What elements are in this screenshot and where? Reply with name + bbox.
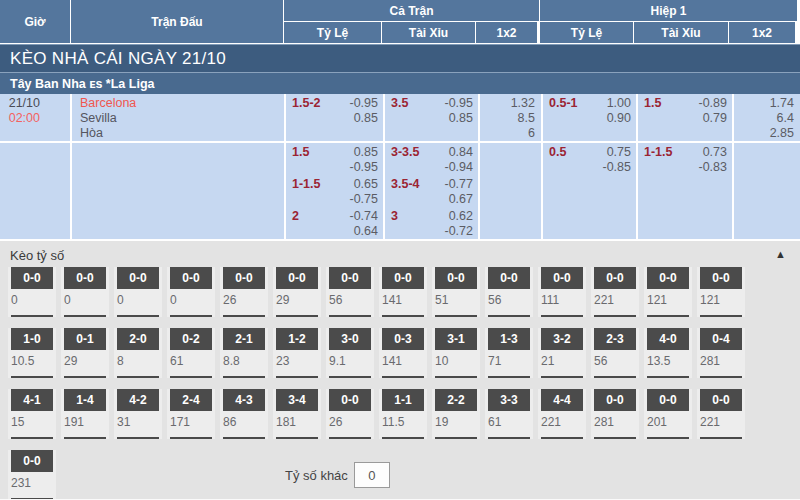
subheader-handicap: Tỷ Lệ xyxy=(284,22,381,43)
match-time-cell: 21/10 02:00 xyxy=(0,94,70,141)
h1-handicap-cell[interactable] xyxy=(543,207,636,239)
score-odds: 221 xyxy=(697,411,745,437)
score-tile[interactable]: 1-371 xyxy=(485,328,533,378)
ft-overunder-cell[interactable]: 3.5 -0.95 0.85 xyxy=(385,94,478,141)
tile-underline xyxy=(435,437,477,439)
h1-handicap-cell[interactable] xyxy=(543,175,636,207)
score-label: 0-0 xyxy=(223,267,265,289)
league-bar[interactable]: Tây Ban Nha ᴇs *La Liga xyxy=(0,72,800,94)
ft-1x2-cell[interactable]: 1.32 8.5 6 xyxy=(480,94,541,141)
league-label: Tây Ban Nha ᴇs *La Liga xyxy=(10,77,155,91)
h1-overunder-cell[interactable] xyxy=(638,207,732,239)
score-tile[interactable]: 2-4171 xyxy=(167,389,215,439)
ft-1x2-cell[interactable] xyxy=(480,207,541,239)
score-tile[interactable]: 0-0221 xyxy=(697,389,745,439)
score-tile[interactable]: 0-0221 xyxy=(591,267,639,317)
score-odds: 11.5 xyxy=(379,411,427,437)
ft-overunder-cell[interactable]: 3-3.5 0.84 -0.94 xyxy=(385,143,478,175)
score-tile[interactable]: 0-0 231 xyxy=(8,450,56,500)
score-odds: 181 xyxy=(273,411,321,437)
score-label: 0-3 xyxy=(382,328,424,350)
score-tile[interactable]: 0-00 xyxy=(61,267,109,317)
score-tile[interactable]: 4-115 xyxy=(8,389,56,439)
overunder-line: 1-1.5 xyxy=(644,145,673,175)
score-tile[interactable]: 0-026 xyxy=(326,389,374,439)
ft-overunder-cell[interactable]: 3 0.62 -0.72 xyxy=(385,207,478,239)
ft-handicap-cell[interactable]: 2 -0.74 0.64 xyxy=(286,207,383,239)
score-tile[interactable]: 0-0281 xyxy=(591,389,639,439)
score-tile[interactable]: 4-4221 xyxy=(538,389,586,439)
ft-handicap-cell[interactable]: 1.5 0.85 -0.95 xyxy=(286,143,383,175)
tile-underline xyxy=(64,315,106,317)
subheader-overunder: Tài Xỉu xyxy=(382,22,475,43)
score-label: 1-4 xyxy=(64,389,106,411)
other-score-input[interactable]: 0 xyxy=(354,462,390,488)
tile-underline xyxy=(276,437,318,439)
overunder-odds: -0.89 0.79 xyxy=(699,96,728,141)
tile-underline xyxy=(64,437,106,439)
h1-overunder-cell[interactable] xyxy=(638,175,732,207)
score-tile[interactable]: 3-221 xyxy=(538,328,586,378)
h1-1x2-cell[interactable] xyxy=(734,143,800,175)
score-row: 1-010.50-1292-080-2612-18.81-2233-09.10-… xyxy=(8,328,800,378)
score-tile[interactable]: 1-223 xyxy=(273,328,321,378)
score-tile[interactable]: 4-013.5 xyxy=(644,328,692,378)
score-tile[interactable]: 0-029 xyxy=(273,267,321,317)
score-tile[interactable]: 0-0121 xyxy=(644,267,692,317)
score-odds: 141 xyxy=(379,350,427,376)
score-label: 0-0 xyxy=(435,267,477,289)
score-odds: 23 xyxy=(273,350,321,376)
score-tile[interactable]: 4-231 xyxy=(114,389,162,439)
score-tile[interactable]: 2-18.8 xyxy=(220,328,268,378)
collapse-arrow-icon[interactable]: ▲ xyxy=(775,248,786,260)
ft-handicap-cell[interactable]: 1-1.5 0.65 -0.75 xyxy=(286,175,383,207)
h1-overunder-cell[interactable]: 1-1.5 0.73 -0.83 xyxy=(638,143,732,175)
ft-1x2-cell[interactable] xyxy=(480,143,541,175)
score-tile[interactable]: 2-219 xyxy=(432,389,480,439)
h1-1x2-cell[interactable] xyxy=(734,207,800,239)
ft-overunder-cell[interactable]: 3.5-4 -0.77 0.67 xyxy=(385,175,478,207)
score-tile[interactable]: 0-00 xyxy=(114,267,162,317)
subheader-1x2-h1: 1x2 xyxy=(729,22,795,43)
score-tile[interactable]: 0-129 xyxy=(61,328,109,378)
score-tile[interactable]: 0-0111 xyxy=(538,267,586,317)
score-tile[interactable]: 2-08 xyxy=(114,328,162,378)
ft-1x2-cell[interactable] xyxy=(480,175,541,207)
score-tile[interactable]: 1-4191 xyxy=(61,389,109,439)
score-odds: 21 xyxy=(538,350,586,376)
column-header-time: Giờ xyxy=(0,0,70,43)
score-tile[interactable]: 0-00 xyxy=(167,267,215,317)
score-tile[interactable]: 2-356 xyxy=(591,328,639,378)
score-tile[interactable]: 0-4281 xyxy=(697,328,745,378)
score-tile[interactable]: 1-111.5 xyxy=(379,389,427,439)
score-tile[interactable]: 0-0201 xyxy=(644,389,692,439)
overunder-odds: 0.84 -0.94 xyxy=(445,145,474,175)
score-label: 2-1 xyxy=(223,328,265,350)
score-tile[interactable]: 0-00 xyxy=(8,267,56,317)
score-odds: 121 xyxy=(644,289,692,315)
score-tile[interactable]: 0-0141 xyxy=(379,267,427,317)
tile-underline xyxy=(223,315,265,317)
score-tile[interactable]: 0-261 xyxy=(167,328,215,378)
h1-overunder-cell[interactable]: 1.5 -0.89 0.79 xyxy=(638,94,732,141)
h1-handicap-cell[interactable]: 0.5-1 1.00 0.90 xyxy=(543,94,636,141)
score-odds: 111 xyxy=(538,289,586,315)
score-tile[interactable]: 3-09.1 xyxy=(326,328,374,378)
score-tile[interactable]: 3-4181 xyxy=(273,389,321,439)
score-tile[interactable]: 0-051 xyxy=(432,267,480,317)
empty-match-cell xyxy=(72,143,284,175)
ft-handicap-cell[interactable]: 1.5-2 -0.95 0.85 xyxy=(286,94,383,141)
h1-1x2-cell[interactable]: 1.74 6.4 2.85 xyxy=(734,94,800,141)
h1-handicap-cell[interactable]: 0.5 0.75 -0.85 xyxy=(543,143,636,175)
score-tile[interactable]: 4-386 xyxy=(220,389,268,439)
score-tile[interactable]: 0-056 xyxy=(485,267,533,317)
overunder-odds: 0.73 -0.83 xyxy=(699,145,728,175)
score-tile[interactable]: 0-3141 xyxy=(379,328,427,378)
score-tile[interactable]: 1-010.5 xyxy=(8,328,56,378)
score-tile[interactable]: 0-026 xyxy=(220,267,268,317)
score-tile[interactable]: 0-0121 xyxy=(697,267,745,317)
h1-1x2-cell[interactable] xyxy=(734,175,800,207)
score-tile[interactable]: 3-110 xyxy=(432,328,480,378)
score-tile[interactable]: 0-056 xyxy=(326,267,374,317)
score-tile[interactable]: 3-361 xyxy=(485,389,533,439)
